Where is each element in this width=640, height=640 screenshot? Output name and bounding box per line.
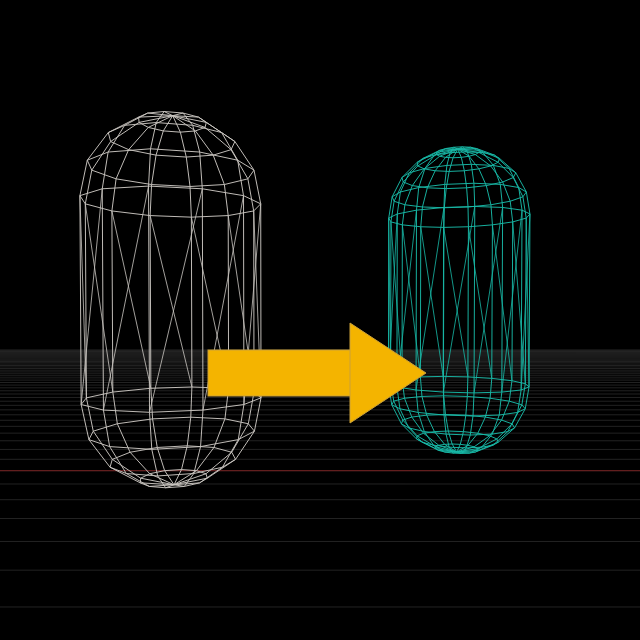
viewport-3d xyxy=(0,0,640,640)
